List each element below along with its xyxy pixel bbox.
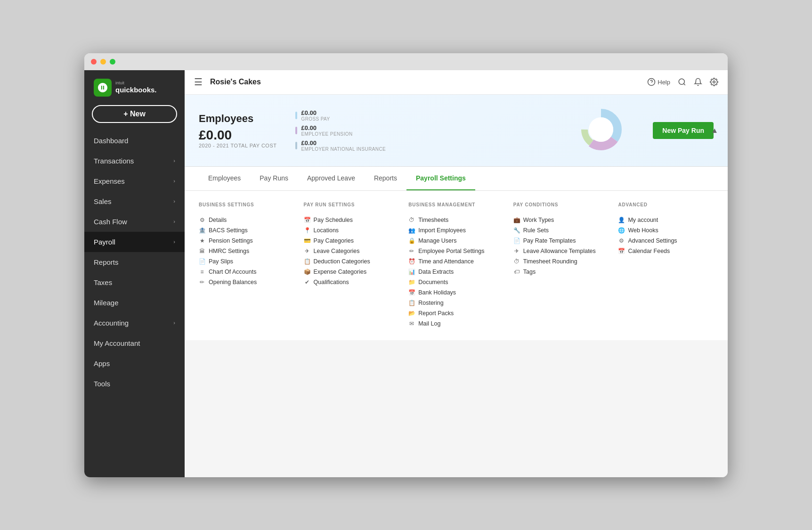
sidebar-item-accounting[interactable]: Accounting › bbox=[84, 313, 185, 333]
svg-point-6 bbox=[589, 117, 613, 142]
tabs-bar: Employees Pay Runs Approved Leave Report… bbox=[185, 167, 728, 191]
management-settings-title: BUSINESS MANAGEMENT bbox=[408, 202, 504, 209]
total-cost-value: £0.00 bbox=[199, 128, 276, 143]
settings-manage-users[interactable]: 🔒Manage Users bbox=[408, 236, 504, 246]
sidebar-logo: intuit quickbooks. bbox=[84, 70, 185, 101]
collapse-header-button[interactable]: ▲ bbox=[711, 126, 718, 135]
company-name: Rosie's Cakes bbox=[210, 78, 647, 86]
settings-bank-holidays[interactable]: 📅Bank Holidays bbox=[408, 287, 504, 298]
total-cost-label: 2020 - 2021 TOTAL PAY COST bbox=[199, 143, 276, 148]
settings-web-hooks[interactable]: 🌐Web Hooks bbox=[618, 225, 714, 236]
settings-work-types[interactable]: 💼Work Types bbox=[513, 215, 609, 225]
settings-mail-log[interactable]: ✉Mail Log bbox=[408, 318, 504, 329]
settings-chart-accounts[interactable]: ≡Chart Of Accounts bbox=[199, 267, 294, 277]
sidebar-item-payroll[interactable]: Payroll › bbox=[84, 232, 185, 252]
tab-payroll-settings[interactable]: Payroll Settings bbox=[406, 167, 475, 190]
svg-point-2 bbox=[713, 81, 715, 83]
chevron-right-icon: › bbox=[173, 219, 175, 224]
settings-tags[interactable]: 🏷Tags bbox=[513, 267, 609, 277]
settings-data-extracts[interactable]: 📊Data Extracts bbox=[408, 267, 504, 277]
tab-pay-runs[interactable]: Pay Runs bbox=[250, 167, 298, 190]
sidebar-item-cashflow[interactable]: Cash Flow › bbox=[84, 212, 185, 232]
settings-leave-allowance-templates[interactable]: ✈Leave Allowance Templates bbox=[513, 246, 609, 256]
stat-bar-pension bbox=[295, 127, 297, 134]
settings-leave-categories[interactable]: ✈Leave Categories bbox=[304, 246, 399, 256]
settings-qualifications[interactable]: ✔Qualifications bbox=[304, 277, 399, 287]
sidebar-item-reports[interactable]: Reports bbox=[84, 252, 185, 272]
logo-brand: intuit bbox=[115, 81, 157, 86]
settings-deduction-categories[interactable]: 📋Deduction Categories bbox=[304, 256, 399, 267]
search-button[interactable] bbox=[678, 78, 686, 86]
ni-value: £0.00 bbox=[301, 139, 386, 147]
bank-icon: 🏦 bbox=[199, 227, 205, 234]
box-icon: 📦 bbox=[304, 269, 310, 275]
tag-icon: 🏷 bbox=[513, 269, 520, 275]
sidebar-item-taxes[interactable]: Taxes bbox=[84, 272, 185, 293]
settings-advanced-settings[interactable]: ⚙Advanced Settings bbox=[618, 236, 714, 246]
help-button[interactable]: Help bbox=[647, 78, 670, 86]
tab-reports[interactable]: Reports bbox=[365, 167, 406, 190]
settings-documents[interactable]: 📁Documents bbox=[408, 277, 504, 287]
document-icon: 📄 bbox=[513, 237, 520, 244]
settings-calendar-feeds[interactable]: 📅Calendar Feeds bbox=[618, 246, 714, 256]
close-button[interactable] bbox=[91, 59, 97, 65]
sidebar: intuit quickbooks. + New Dashboard Trans… bbox=[84, 70, 185, 477]
edit-icon: ✏ bbox=[408, 248, 415, 254]
settings-report-packs[interactable]: 📂Report Packs bbox=[408, 308, 504, 318]
settings-my-account[interactable]: 👤My account bbox=[618, 215, 714, 225]
settings-locations[interactable]: 📍Locations bbox=[304, 225, 399, 236]
maximize-button[interactable] bbox=[110, 59, 115, 65]
timer-icon: ⏱ bbox=[408, 217, 415, 223]
card-icon: 💳 bbox=[304, 237, 310, 244]
settings-columns: BUSINESS SETTINGS ⚙Details 🏦BACS Setting… bbox=[199, 202, 714, 329]
business-settings-title: BUSINESS SETTINGS bbox=[199, 202, 294, 209]
settings-expense-categories[interactable]: 📦Expense Categories bbox=[304, 267, 399, 277]
settings-details[interactable]: ⚙Details bbox=[199, 215, 294, 225]
sidebar-item-transactions[interactable]: Transactions › bbox=[84, 151, 185, 171]
pin-icon: 📍 bbox=[304, 227, 310, 234]
sidebar-item-apps[interactable]: Apps bbox=[84, 353, 185, 374]
star-icon: ★ bbox=[199, 237, 205, 244]
settings-col-management: BUSINESS MANAGEMENT ⏱Timesheets 👥Import … bbox=[408, 202, 513, 329]
settings-button[interactable] bbox=[710, 78, 718, 86]
settings-pay-schedules[interactable]: 📅Pay Schedules bbox=[304, 215, 399, 225]
settings-rule-sets[interactable]: 🔧Rule Sets bbox=[513, 225, 609, 236]
settings-employee-portal[interactable]: ✏Employee Portal Settings bbox=[408, 246, 504, 256]
sidebar-item-tools[interactable]: Tools bbox=[84, 374, 185, 394]
sidebar-item-sales[interactable]: Sales › bbox=[84, 191, 185, 212]
settings-timesheets[interactable]: ⏱Timesheets bbox=[408, 215, 504, 225]
sidebar-item-expenses[interactable]: Expenses › bbox=[84, 171, 185, 191]
new-button[interactable]: + New bbox=[92, 105, 177, 123]
tab-approved-leave[interactable]: Approved Leave bbox=[298, 167, 365, 190]
menu-icon[interactable]: ☰ bbox=[194, 76, 203, 88]
sidebar-item-dashboard[interactable]: Dashboard bbox=[84, 130, 185, 151]
minimize-button[interactable] bbox=[100, 59, 106, 65]
sidebar-item-mileage[interactable]: Mileage bbox=[84, 293, 185, 313]
settings-pay-rate-templates[interactable]: 📄Pay Rate Templates bbox=[513, 236, 609, 246]
settings-import-employees[interactable]: 👥Import Employees bbox=[408, 225, 504, 236]
settings-pension[interactable]: ★Pension Settings bbox=[199, 236, 294, 246]
chevron-right-icon: › bbox=[173, 239, 175, 245]
sidebar-item-my-accountant[interactable]: My Accountant bbox=[84, 333, 185, 353]
timer-icon: ⏱ bbox=[513, 258, 520, 265]
settings-hmrc[interactable]: 🏛HMRC Settings bbox=[199, 246, 294, 256]
document-icon: 📄 bbox=[199, 258, 205, 265]
titlebar bbox=[84, 53, 728, 70]
wrench-icon: 🔧 bbox=[513, 227, 520, 234]
logo-product: quickbooks. bbox=[115, 86, 157, 94]
app-window: intuit quickbooks. + New Dashboard Trans… bbox=[84, 53, 728, 477]
gross-pay-value: £0.00 bbox=[301, 109, 330, 116]
notifications-button[interactable] bbox=[694, 78, 702, 86]
ni-label: EMPLOYER NATIONAL INSURANCE bbox=[301, 147, 386, 152]
settings-rostering[interactable]: 📋Rostering bbox=[408, 298, 504, 308]
new-payrun-button[interactable]: New Pay Run bbox=[653, 122, 714, 139]
settings-payslips[interactable]: 📄Pay Slips bbox=[199, 256, 294, 267]
stat-gross-pay: £0.00 GROSS PAY bbox=[295, 109, 386, 122]
settings-bacs[interactable]: 🏦BACS Settings bbox=[199, 225, 294, 236]
conditions-settings-title: PAY CONDITIONS bbox=[513, 202, 609, 209]
settings-time-attendance[interactable]: ⏰Time and Attendance bbox=[408, 256, 504, 267]
tab-employees[interactable]: Employees bbox=[199, 167, 250, 190]
settings-pay-categories[interactable]: 💳Pay Categories bbox=[304, 236, 399, 246]
settings-opening-balances[interactable]: ✏Opening Balances bbox=[199, 277, 294, 287]
settings-timesheet-rounding[interactable]: ⏱Timesheet Rounding bbox=[513, 256, 609, 267]
